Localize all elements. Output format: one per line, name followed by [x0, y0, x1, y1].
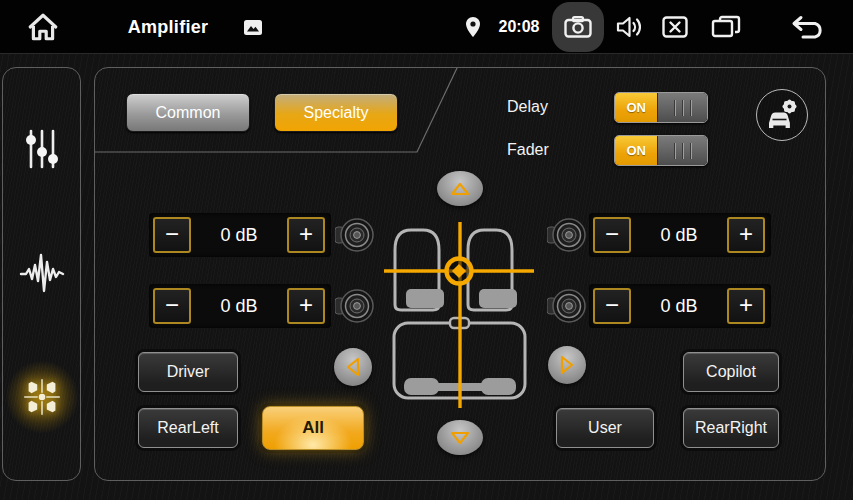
- page-title: Amplifier: [120, 0, 216, 54]
- recent-apps-button[interactable]: [706, 0, 746, 54]
- preset-user-button[interactable]: User: [556, 408, 654, 448]
- preset-driver-button[interactable]: Driver: [138, 352, 238, 392]
- speaker-icon-rear-right: [547, 287, 587, 325]
- waveform-icon: [19, 251, 65, 295]
- status-bar: Amplifier 20:08: [0, 0, 853, 54]
- speaker-balance-icon: [19, 373, 65, 421]
- preset-copilot-button[interactable]: Copilot: [683, 352, 779, 392]
- close-box-icon: [662, 16, 688, 38]
- sidebar-item-equalizer[interactable]: [19, 126, 65, 172]
- toggle-grip: [657, 136, 707, 165]
- seat-map[interactable]: [375, 205, 546, 417]
- toggle-grip: [657, 93, 707, 122]
- delay-label: Delay: [507, 98, 548, 116]
- speaker-icon-front-left: [335, 216, 375, 254]
- gain-plus-rear-right[interactable]: +: [727, 288, 765, 324]
- gain-strip-rear-left: − 0 dB +: [149, 284, 331, 328]
- car-settings-icon: [765, 99, 799, 131]
- balance-left-button[interactable]: [334, 348, 372, 386]
- gain-plus-rear-left[interactable]: +: [287, 288, 325, 324]
- gain-strip-front-right: − 0 dB +: [589, 213, 771, 257]
- arrow-left-icon: [346, 357, 360, 377]
- back-button[interactable]: [784, 0, 828, 54]
- gain-value-front-left: 0 dB: [191, 213, 287, 257]
- gain-minus-front-right[interactable]: −: [593, 217, 631, 253]
- speaker-icon-rear-left: [335, 287, 375, 325]
- preset-rearright-button[interactable]: RearRight: [683, 408, 779, 448]
- home-button[interactable]: [24, 0, 62, 54]
- volume-button[interactable]: [613, 0, 647, 54]
- fader-toggle-state: ON: [615, 136, 657, 165]
- delay-toggle[interactable]: ON: [614, 92, 708, 123]
- fader-balance-panel: Common Specialty Delay ON Fader ON: [94, 67, 826, 481]
- fader-down-button[interactable]: [437, 420, 483, 455]
- sidebar-item-sound-effects[interactable]: [19, 250, 65, 296]
- close-app-button[interactable]: [658, 0, 692, 54]
- arrow-down-icon: [450, 431, 470, 445]
- clock: 20:08: [494, 0, 544, 54]
- volume-icon: [616, 15, 644, 39]
- tab-common[interactable]: Common: [126, 93, 250, 132]
- delay-toggle-state: ON: [615, 93, 657, 122]
- location-pin-icon: [465, 16, 481, 38]
- fader-label: Fader: [507, 141, 549, 159]
- gain-value-rear-right: 0 dB: [631, 284, 727, 328]
- gain-value-rear-left: 0 dB: [191, 284, 287, 328]
- home-icon: [27, 12, 59, 42]
- gain-minus-rear-right[interactable]: −: [593, 288, 631, 324]
- arrow-right-icon: [560, 355, 574, 375]
- tab-common-label: Common: [156, 104, 221, 122]
- screenshot-button[interactable]: [552, 2, 604, 52]
- fader-toggle[interactable]: ON: [614, 135, 708, 166]
- gain-strip-front-left: − 0 dB +: [149, 213, 331, 257]
- sidebar-item-balance-fader[interactable]: [19, 374, 65, 420]
- car-setup-button[interactable]: [756, 89, 808, 141]
- image-icon: [243, 19, 263, 36]
- camera-icon: [564, 16, 592, 38]
- arrow-up-icon: [450, 182, 470, 196]
- sidebar: [2, 67, 81, 481]
- gain-plus-front-left[interactable]: +: [287, 217, 325, 253]
- gain-strip-rear-right: − 0 dB +: [589, 284, 771, 328]
- preset-all-button[interactable]: All: [262, 406, 364, 450]
- gain-minus-rear-left[interactable]: −: [153, 288, 191, 324]
- balance-right-button[interactable]: [548, 346, 586, 384]
- tab-specialty-label: Specialty: [304, 104, 369, 122]
- gain-plus-front-right[interactable]: +: [727, 217, 765, 253]
- gain-value-front-right: 0 dB: [631, 213, 727, 257]
- fader-up-button[interactable]: [437, 171, 483, 206]
- back-icon: [787, 15, 825, 39]
- screenshot-preview-button[interactable]: [241, 0, 265, 54]
- head-unit-screen: Amplifier 20:08: [0, 0, 853, 500]
- speaker-icon-front-right: [547, 216, 587, 254]
- location-indicator: [462, 0, 484, 54]
- preset-rearleft-button[interactable]: RearLeft: [138, 408, 238, 448]
- gain-minus-front-left[interactable]: −: [153, 217, 191, 253]
- tab-specialty[interactable]: Specialty: [274, 93, 398, 132]
- recent-apps-icon: [711, 15, 741, 39]
- equalizer-sliders-icon: [22, 127, 62, 171]
